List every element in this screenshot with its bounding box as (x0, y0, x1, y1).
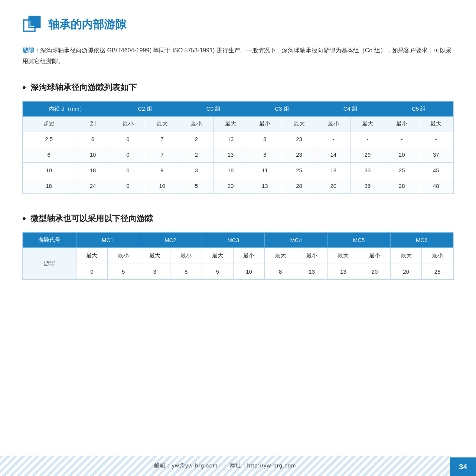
table1-body: 2.5607213823----610072138231429203710180… (23, 131, 453, 193)
table1-cell-1-5: 13 (213, 147, 248, 162)
table1-cell-3-0: 18 (23, 178, 75, 193)
table1-wrapper: 内径 d（mm） C2 组 C0 组 C3 组 C4 组 C5 组 超过 到 最… (22, 101, 454, 194)
table1-cell-1-2: 0 (111, 147, 145, 162)
table1-cell-0-3: 7 (145, 131, 179, 147)
page-footer: 邮箱：yw@yw-brg.com 网址：http://yw-brg.com 34 (0, 456, 476, 476)
page-title: 轴承的内部游隙 (48, 17, 126, 32)
keyword: 游隙： (22, 47, 40, 53)
table1-cell-2-0: 10 (23, 162, 75, 178)
th-c2-min: 最小 (111, 116, 145, 131)
table2-val-6: 8 (265, 264, 296, 279)
table2-val-9: 20 (359, 264, 391, 279)
th-c3-min: 最小 (248, 116, 282, 131)
table1-cell-2-8: 18 (316, 162, 351, 178)
page-header: 轴承的内部游隙 (22, 15, 454, 34)
table1-cell-0-8: - (316, 131, 351, 147)
th-c4-min: 最小 (316, 116, 351, 131)
td-mc3-min-label: 最小 (233, 247, 265, 264)
table1-row-0: 2.5607213823---- (23, 131, 453, 147)
table1-cell-2-9: 33 (351, 162, 385, 178)
table1-cell-1-6: 8 (248, 147, 282, 162)
table1-cell-1-11: 37 (419, 147, 453, 162)
section1-title: 深沟球轴承径向游隙列表如下 (22, 82, 454, 94)
table1-cell-1-3: 7 (145, 147, 179, 162)
table1-header-row: 内径 d（mm） C2 组 C0 组 C3 组 C4 组 C5 组 (23, 101, 453, 116)
table1-cell-3-10: 28 (385, 178, 419, 193)
table1-sub-header-row: 超过 到 最小 最大 最小 最大 最小 最大 最小 最大 最小 最大 (23, 116, 453, 131)
table2-subheader-row: 游隙 最大 最小 最大 最小 最大 最小 最大 最小 最大 最小 最大 最小 (23, 247, 453, 264)
th-mc1: MC1 (76, 232, 139, 247)
td-mc4-max-label: 最大 (265, 247, 296, 264)
table1-cell-0-5: 13 (213, 131, 248, 147)
td-mc4-min-label: 最小 (296, 247, 327, 264)
table1-cell-2-1: 18 (75, 162, 111, 178)
table1-cell-0-11: - (419, 131, 453, 147)
table2-body: 游隙 最大 最小 最大 最小 最大 最小 最大 最小 最大 最小 最大 最小 0… (23, 247, 453, 279)
table2-wrapper: 游隙代号 MC1 MC2 MC3 MC4 MC5 MC6 游隙 最大 最小 最大… (22, 232, 454, 280)
th-c2: C2 组 (111, 101, 179, 116)
table2-header-row: 游隙代号 MC1 MC2 MC3 MC4 MC5 MC6 (23, 232, 453, 247)
th-clearance-code: 游隙代号 (23, 232, 76, 247)
td-mc6-min-label: 最小 (422, 247, 453, 264)
footer-email: 邮箱：yw@yw-brg.com 网址：http://yw-brg.com (154, 462, 296, 469)
table2-values-row: 053851081313202028 (23, 264, 453, 279)
td-mc5-min-label: 最小 (359, 247, 391, 264)
table1-row-1: 6100721382314292037 (23, 147, 453, 162)
table1-cell-3-3: 10 (145, 178, 179, 193)
email-value: yw@yw-brg.com (172, 462, 218, 469)
td-mc6-max-label: 最大 (390, 247, 422, 264)
th-to: 到 (75, 116, 111, 131)
th-c5: C5 组 (385, 101, 453, 116)
table2-val-7: 13 (296, 264, 327, 279)
table1-cell-3-9: 36 (351, 178, 385, 193)
table1-cell-3-1: 24 (75, 178, 111, 193)
table1-cell-3-2: 0 (111, 178, 145, 193)
table2-val-2: 3 (139, 264, 170, 279)
table1-cell-1-4: 2 (179, 147, 213, 162)
th-c4: C4 组 (316, 101, 385, 116)
table1-cell-0-1: 6 (75, 131, 111, 147)
table1-row-2: 101809318112518332545 (23, 162, 453, 178)
table1-cell-3-6: 13 (248, 178, 282, 193)
td-mc2-min-label: 最小 (170, 247, 202, 264)
table1-cell-1-0: 6 (23, 147, 75, 162)
table1-cell-1-10: 20 (385, 147, 419, 162)
table1-cell-0-9: - (351, 131, 385, 147)
td-mc1-max-label: 最大 (76, 247, 108, 264)
th-c2-max: 最大 (145, 116, 179, 131)
th-mc6: MC6 (390, 232, 453, 247)
table1-row-3: 1824010520132820362848 (23, 178, 453, 193)
td-mc1-min-label: 最小 (108, 247, 139, 264)
th-c0: C0 组 (179, 101, 248, 116)
th-over: 超过 (23, 116, 75, 131)
td-mc5-max-label: 最大 (327, 247, 359, 264)
page-container: 轴承的内部游隙 游隙：深沟球轴承径向游隙依据 GB/T4604-1999( 等同… (0, 0, 476, 328)
table1-cell-1-1: 10 (75, 147, 111, 162)
table2-val-3: 8 (170, 264, 202, 279)
table2-val-5: 10 (233, 264, 265, 279)
table1-cell-0-6: 8 (248, 131, 282, 147)
svg-rect-5 (30, 18, 39, 26)
table1-cell-3-5: 20 (213, 178, 248, 193)
table2-val-4: 5 (202, 264, 234, 279)
description-body: 深沟球轴承径向游隙依据 GB/T4604-1999( 等同于 ISO 5753-… (22, 47, 451, 64)
th-mc4: MC4 (265, 232, 327, 247)
table1-cell-2-7: 25 (282, 162, 316, 178)
table1-cell-0-4: 2 (179, 131, 213, 147)
footer-info: 邮箱：yw@yw-brg.com 网址：http://yw-brg.com (0, 456, 450, 476)
table1-cell-1-8: 14 (316, 147, 351, 162)
th-c4-max: 最大 (351, 116, 385, 131)
table1-cell-2-2: 0 (111, 162, 145, 178)
table1-cell-0-0: 2.5 (23, 131, 75, 147)
table1-cell-2-11: 45 (419, 162, 453, 178)
table2-val-11: 28 (422, 264, 453, 279)
table1-cell-2-5: 18 (213, 162, 248, 178)
table1-cell-3-4: 5 (179, 178, 213, 193)
table1-cell-3-11: 48 (419, 178, 453, 193)
th-c0-max: 最大 (213, 116, 248, 131)
th-c3: C3 组 (248, 101, 316, 116)
table1-cell-0-7: 23 (282, 131, 316, 147)
th-c5-max: 最大 (419, 116, 453, 131)
table1-cell-0-10: - (385, 131, 419, 147)
th-c0-min: 最小 (179, 116, 213, 131)
